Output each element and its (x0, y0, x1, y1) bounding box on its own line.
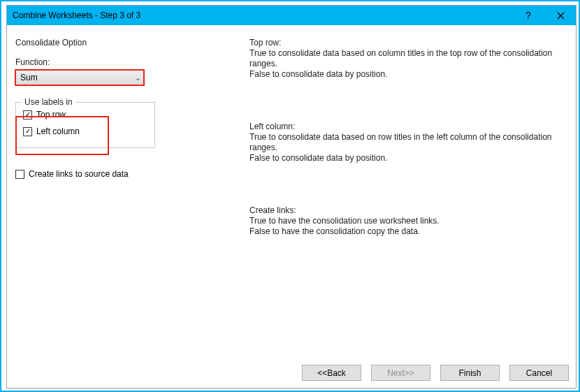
top-row-checkbox[interactable] (23, 110, 32, 119)
window-title: Combine Worksheets - Step 3 of 3 (13, 10, 519, 20)
cancel-button[interactable]: Cancel (509, 365, 569, 381)
help-button[interactable]: ? (519, 8, 538, 23)
next-button: Next>> (371, 365, 430, 381)
desc-left-col: Left column: True to consolidate data ba… (249, 122, 567, 164)
desc-left-col-head: Left column: (249, 122, 567, 132)
function-dropdown-highlight: Sum ⌄ (15, 70, 144, 85)
help-icon: ? (525, 10, 531, 21)
use-labels-fieldset: Use labels in Top row Left column (15, 102, 155, 148)
desc-create-links-l1: True to have the consolidation use works… (249, 216, 564, 226)
create-links-label: Create links to source data (29, 169, 129, 179)
titlebar: Combine Worksheets - Step 3 of 3 ? (7, 6, 576, 25)
close-icon (557, 12, 565, 20)
function-dropdown-value: Sum (20, 73, 38, 82)
use-labels-legend: Use labels in (22, 97, 75, 107)
dialog-window: Combine Worksheets - Step 3 of 3 ? Conso… (6, 5, 577, 389)
desc-create-links-l2: False to have the consolidation copy the… (249, 226, 564, 237)
function-label: Function: (15, 57, 244, 67)
right-pane: Top row: True to consolidate data based … (249, 34, 567, 349)
left-column-checkbox[interactable] (23, 127, 32, 136)
desc-create-links-head: Create links: (249, 205, 567, 216)
section-title: Consolidate Option (15, 38, 244, 48)
chevron-down-icon: ⌄ (135, 74, 140, 82)
desc-top-row: Top row: True to consolidate data based … (249, 38, 567, 80)
back-button[interactable]: <<Back (302, 365, 361, 381)
finish-button[interactable]: Finish (440, 365, 500, 381)
close-button[interactable] (551, 8, 570, 23)
function-dropdown[interactable]: Sum ⌄ (15, 70, 144, 85)
desc-left-col-l1: True to consolidate data based on row ti… (249, 132, 564, 153)
footer-buttons: <<Back Next>> Finish Cancel (302, 365, 569, 381)
create-links-checkbox[interactable] (15, 170, 24, 179)
top-row-checkbox-row[interactable]: Top row (23, 110, 147, 119)
desc-top-row-head: Top row: (249, 38, 567, 48)
outer-border: Combine Worksheets - Step 3 of 3 ? Conso… (0, 0, 580, 392)
body-area: Consolidate Option Function: Sum ⌄ Use l… (7, 25, 576, 388)
desc-top-row-l1: True to consolidate data based on column… (249, 48, 564, 69)
desc-create-links: Create links: True to have the consolida… (249, 205, 567, 237)
desc-left-col-l2: False to consolidate data by position. (249, 153, 564, 164)
left-pane: Consolidate Option Function: Sum ⌄ Use l… (15, 34, 249, 349)
desc-top-row-l2: False to consolidate data by position. (249, 69, 564, 80)
left-column-label: Left column (36, 126, 80, 136)
top-row-label: Top row (36, 110, 66, 119)
left-column-checkbox-row[interactable]: Left column (23, 126, 147, 136)
window-controls: ? (519, 8, 570, 23)
create-links-row[interactable]: Create links to source data (15, 169, 244, 179)
